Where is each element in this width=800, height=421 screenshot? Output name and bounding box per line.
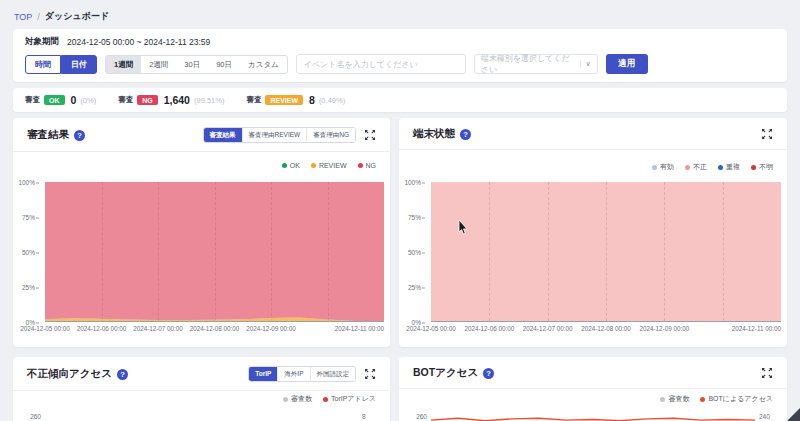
segment-カスタム[interactable]: カスタム (240, 56, 287, 73)
breadcrumb-separator: / (37, 12, 40, 22)
legend-item-有効[interactable]: 有効 (652, 162, 674, 172)
breadcrumb-top-link[interactable]: TOP (14, 12, 32, 22)
panel-title: BOTアクセス (413, 366, 478, 380)
legend-label: REVIEW (319, 162, 347, 169)
legend-item-REVIEW[interactable]: REVIEW (311, 162, 347, 169)
legend-dot-icon (751, 165, 756, 170)
shinsa-legend: OKREVIEWNG (282, 162, 376, 169)
mouse-cursor-icon (458, 220, 469, 236)
chevron-down-icon: ∨ (580, 60, 591, 68)
legend-item-OK[interactable]: OK (282, 162, 300, 169)
tab-TorIP[interactable]: TorIP (249, 367, 277, 381)
summary-count: 1,640 (164, 94, 190, 106)
legend-label: 有効 (660, 162, 674, 172)
tanmatsu-legend: 有効不正重複不明 (652, 162, 773, 172)
expand-icon[interactable] (364, 129, 376, 141)
status-badge-OK: OK (44, 95, 65, 105)
y-axis-labels: 100%75%50%25%0% (13, 182, 41, 322)
bot-legend: 審査数BOTによるアクセス (660, 394, 773, 404)
tab-審査結果[interactable]: 審査結果 (204, 128, 242, 142)
mode-日付[interactable]: 日付 (61, 55, 97, 74)
legend-dot-icon (282, 163, 287, 168)
tab-外国語設定[interactable]: 外国語設定 (310, 367, 356, 381)
expand-icon[interactable] (761, 367, 773, 379)
panel-shinsa-kekka: 審査結果 ? 審査結果審査理由REVIEW審査理由NG OKREVIEWNG 1… (13, 118, 390, 347)
summary-prefix: 審査 (246, 95, 261, 105)
legend-label: 不明 (759, 162, 773, 172)
event-name-input[interactable] (296, 54, 466, 74)
legend-item-審査数[interactable]: 審査数 (283, 394, 312, 404)
help-icon[interactable]: ? (483, 368, 494, 379)
tab-審査理由REVIEW[interactable]: 審査理由REVIEW (242, 128, 307, 142)
legend-label: 重複 (726, 162, 740, 172)
legend-label: NG (366, 162, 377, 169)
x-tick-label: 2024-12-07 00:00 (523, 325, 573, 332)
legend-item-不正[interactable]: 不正 (685, 162, 707, 172)
legend-label: 不正 (693, 162, 707, 172)
right-axis-top-label: 8 (362, 413, 366, 420)
expand-icon[interactable] (761, 128, 773, 140)
filter-toolbar: 対象期間 2024-12-05 00:00 ~ 2024-12-11 23:59… (13, 29, 787, 82)
bot-chart-plot[interactable] (431, 417, 755, 421)
legend-item-NG[interactable]: NG (358, 162, 377, 169)
tab-海外IP[interactable]: 海外IP (277, 367, 309, 381)
legend-dot-icon (685, 165, 690, 170)
x-tick-label: 2024-12-06 00:00 (464, 325, 514, 332)
legend-dot-icon (283, 397, 288, 402)
legend-item-BOTによるアクセス[interactable]: BOTによるアクセス (700, 394, 773, 404)
legend-dot-icon (358, 163, 363, 168)
y-tick-label: 100% (18, 179, 39, 186)
tanmatsu-chart-plot[interactable] (431, 182, 781, 322)
left-axis-top-label: 260 (13, 413, 41, 420)
summary-percent: (0.49%) (319, 96, 345, 105)
device-type-select[interactable]: 端末種別を選択してください ∨ (474, 54, 598, 74)
legend-item-審査数[interactable]: 審査数 (660, 394, 689, 404)
summary-prefix: 審査 (25, 95, 40, 105)
tab-審査理由NG[interactable]: 審査理由NG (306, 128, 355, 142)
legend-item-不明[interactable]: 不明 (751, 162, 773, 172)
legend-label: 審査数 (291, 394, 312, 404)
time-mode-toggle: 時間日付 (25, 55, 97, 74)
mode-時間[interactable]: 時間 (25, 55, 61, 74)
status-badge-NG: NG (137, 95, 158, 105)
legend-label: TorIPアドレス (331, 394, 376, 404)
left-axis-top-label: 260 (399, 413, 427, 420)
help-icon[interactable]: ? (460, 129, 471, 140)
x-tick-label: 2024-12-11 00:00 (335, 325, 384, 332)
summary-count: 8 (309, 94, 315, 106)
legend-dot-icon (660, 397, 665, 402)
summary-prefix: 審査 (118, 95, 133, 105)
apply-button[interactable]: 適用 (606, 54, 648, 74)
x-tick-label: 2024-12-07 00:00 (133, 325, 183, 332)
fusei-tab-group: TorIP海外IP外国語設定 (248, 366, 356, 382)
x-tick-label: 2024-12-11 00:00 (732, 325, 781, 332)
legend-dot-icon (700, 397, 705, 402)
right-axis-top-label: 240 (759, 413, 770, 420)
fusei-chart-plot[interactable] (45, 417, 358, 421)
segment-1週間[interactable]: 1週間 (106, 56, 141, 73)
summary-item-OK: 審査OK0(0%) (25, 94, 96, 106)
dashboard-screen: TOP / ダッシュボード 対象期間 2024-12-05 00:00 ~ 20… (0, 0, 800, 421)
summary-item-NG: 審査NG1,640(99.51%) (118, 94, 224, 106)
legend-label: 審査数 (668, 394, 689, 404)
y-tick-label: 75% (22, 214, 39, 221)
shinsa-chart-plot[interactable] (45, 182, 384, 322)
legend-label: OK (290, 162, 300, 169)
expand-icon[interactable] (364, 368, 376, 380)
x-tick-label: 2024-12-06 00:00 (77, 325, 127, 332)
corner-wedge-icon (787, 408, 800, 421)
legend-item-TorIPアドレス[interactable]: TorIPアドレス (323, 394, 376, 404)
segment-2週間[interactable]: 2週間 (141, 56, 176, 73)
legend-item-重複[interactable]: 重複 (718, 162, 740, 172)
segment-30日[interactable]: 30日 (176, 56, 208, 73)
help-icon[interactable]: ? (117, 369, 128, 380)
panel-title: 不正傾向アクセス (27, 367, 112, 381)
help-icon[interactable]: ? (74, 130, 85, 141)
summary-percent: (99.51%) (194, 96, 224, 105)
y-tick-label: 50% (22, 249, 39, 256)
segment-90日[interactable]: 90日 (208, 56, 240, 73)
period-label: 対象期間 (25, 36, 59, 48)
x-tick-label: 2024-12-09 00:00 (246, 325, 296, 332)
period-value: 2024-12-05 00:00 ~ 2024-12-11 23:59 (67, 37, 210, 47)
summary-item-REVIEW: 審査REVIEW8(0.49%) (246, 94, 345, 106)
